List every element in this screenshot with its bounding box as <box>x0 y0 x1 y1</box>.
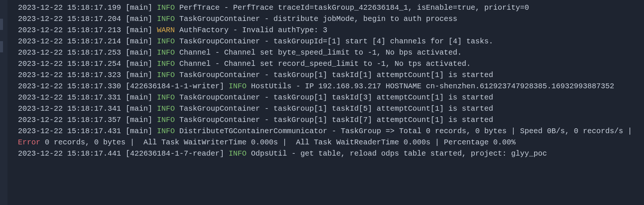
log-line: 2023-12-22 15:18:17.330 [422636184-1-1-w… <box>18 81 641 92</box>
log-line: 2023-12-22 15:18:17.253 [main] INFO Chan… <box>18 47 641 58</box>
log-line: 2023-12-22 15:18:17.357 [main] INFO Task… <box>18 114 641 126</box>
log-timestamp: 2023-12-22 15:18:17.330 <box>18 82 126 91</box>
log-message: TaskGroupContainer - taskGroupId=[1] sta… <box>175 37 493 46</box>
log-message: TaskGroupContainer - distribute jobMode,… <box>175 15 457 23</box>
log-message: TaskGroupContainer - taskGroup[1] taskId… <box>175 93 493 102</box>
log-line: 2023-12-22 15:18:17.331 [main] INFO Task… <box>18 92 641 103</box>
gutter-mark <box>0 41 3 52</box>
log-error-word: Error <box>18 138 40 147</box>
log-message: AuthFactory - Invalid authType: 3 <box>175 26 327 34</box>
log-line: 2023-12-22 15:18:17.199 [main] INFO Perf… <box>18 2 641 13</box>
log-level: INFO <box>229 82 247 91</box>
log-level: INFO <box>157 71 175 79</box>
log-timestamp: 2023-12-22 15:18:17.254 <box>18 59 126 68</box>
log-timestamp: 2023-12-22 15:18:17.214 <box>18 37 126 46</box>
log-thread: [main] <box>126 37 157 46</box>
log-level: INFO <box>157 15 175 23</box>
log-message: OdpsUtil - get table, reload odps table … <box>247 149 547 158</box>
log-line: 2023-12-22 15:18:17.214 [main] INFO Task… <box>18 36 641 47</box>
log-thread: [main] <box>126 116 157 124</box>
log-thread: [main] <box>126 127 157 135</box>
log-level: INFO <box>157 59 175 68</box>
log-timestamp: 2023-12-22 15:18:17.357 <box>18 116 126 124</box>
log-message: Channel - Channel set byte_speed_limit t… <box>175 48 462 57</box>
log-output[interactable]: 2023-12-22 15:18:17.199 [main] INFO Perf… <box>0 0 644 162</box>
log-level: INFO <box>229 149 247 158</box>
log-message: TaskGroupContainer - taskGroup[1] taskId… <box>175 71 493 79</box>
log-level: INFO <box>157 116 175 124</box>
log-thread: [main] <box>126 71 157 79</box>
log-timestamp: 2023-12-22 15:18:17.323 <box>18 71 126 79</box>
log-timestamp: 2023-12-22 15:18:17.341 <box>18 104 126 113</box>
log-thread: [main] <box>126 104 157 113</box>
log-message: TaskGroupContainer - taskGroup[1] taskId… <box>175 116 493 124</box>
log-thread: [main] <box>126 48 157 57</box>
log-timestamp: 2023-12-22 15:18:17.431 <box>18 127 126 135</box>
log-level: INFO <box>157 3 175 12</box>
log-message: DistributeTGContainerCommunicator - Task… <box>175 127 637 135</box>
log-line: 2023-12-22 15:18:17.213 [main] WARN Auth… <box>18 25 641 36</box>
log-line: 2023-12-22 15:18:17.431 [main] INFO Dist… <box>18 126 641 148</box>
log-message: Channel - Channel set record_speed_limit… <box>175 59 471 68</box>
log-thread: [422636184-1-1-writer] <box>126 82 229 91</box>
log-thread: [422636184-1-7-reader] <box>126 149 229 158</box>
log-line: 2023-12-22 15:18:17.441 [422636184-1-7-r… <box>18 148 641 159</box>
log-level: INFO <box>157 127 175 135</box>
log-level: INFO <box>157 48 175 57</box>
log-message: PerfTrace - PerfTrace traceId=taskGroup_… <box>175 3 529 12</box>
log-level: WARN <box>157 26 175 34</box>
log-level: INFO <box>157 104 175 113</box>
log-timestamp: 2023-12-22 15:18:17.199 <box>18 3 126 12</box>
editor-gutter <box>0 0 7 162</box>
log-thread: [main] <box>126 15 157 23</box>
log-thread: [main] <box>126 93 157 102</box>
log-line: 2023-12-22 15:18:17.323 [main] INFO Task… <box>18 70 641 81</box>
log-timestamp: 2023-12-22 15:18:17.204 <box>18 15 126 23</box>
log-timestamp: 2023-12-22 15:18:17.441 <box>18 149 126 158</box>
log-level: INFO <box>157 93 175 102</box>
log-timestamp: 2023-12-22 15:18:17.331 <box>18 93 126 102</box>
log-line: 2023-12-22 15:18:17.204 [main] INFO Task… <box>18 13 641 25</box>
log-message: 0 records, 0 bytes | All Task WaitWriter… <box>40 138 515 147</box>
log-message: TaskGroupContainer - taskGroup[1] taskId… <box>175 104 493 113</box>
log-message: HostUtils - IP 192.168.93.217 HOSTNAME c… <box>247 82 614 91</box>
log-timestamp: 2023-12-22 15:18:17.253 <box>18 48 126 57</box>
log-line: 2023-12-22 15:18:17.341 [main] INFO Task… <box>18 103 641 114</box>
log-line: 2023-12-22 15:18:17.254 [main] INFO Chan… <box>18 58 641 70</box>
log-thread: [main] <box>126 26 157 34</box>
log-level: INFO <box>157 37 175 46</box>
log-thread: [main] <box>126 59 157 68</box>
log-timestamp: 2023-12-22 15:18:17.213 <box>18 26 126 34</box>
log-thread: [main] <box>126 3 157 12</box>
gutter-mark <box>0 19 3 30</box>
